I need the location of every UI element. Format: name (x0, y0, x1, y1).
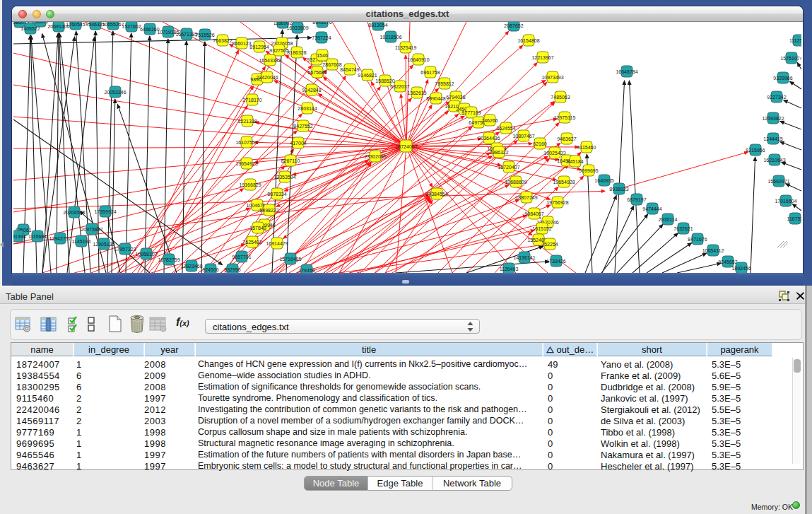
svg-text:17359924: 17359924 (94, 209, 116, 214)
svg-text:9329966: 9329966 (773, 76, 792, 81)
svg-text:20364436: 20364436 (478, 136, 500, 141)
svg-text:924506: 924506 (202, 267, 218, 272)
svg-text:8878334: 8878334 (267, 192, 286, 197)
svg-text:157849: 157849 (249, 226, 266, 230)
svg-text:8938923: 8938923 (609, 187, 628, 192)
svg-text:9242848: 9242848 (302, 88, 321, 93)
svg-text:23302095: 23302095 (364, 154, 386, 159)
svg-text:16033809: 16033809 (286, 25, 308, 30)
svg-text:832956: 832956 (224, 267, 240, 272)
svg-text:9463627: 9463627 (557, 136, 576, 141)
svg-text:14136141: 14136141 (513, 255, 535, 260)
svg-text:9115460: 9115460 (577, 145, 596, 150)
svg-text:8427552: 8427552 (293, 124, 312, 129)
svg-text:7357224: 7357224 (312, 35, 331, 40)
svg-text:8267110: 8267110 (281, 158, 300, 163)
svg-text:1112536: 1112536 (789, 38, 801, 43)
svg-text:16210643: 16210643 (763, 158, 785, 163)
svg-text:2935114: 2935114 (659, 217, 678, 222)
svg-text:7986322: 7986322 (489, 150, 508, 155)
svg-text:845184: 845184 (567, 159, 583, 164)
svg-text:9474444: 9474444 (642, 206, 661, 211)
svg-text:1588520: 1588520 (375, 78, 394, 83)
svg-text:9699695: 9699695 (579, 168, 598, 173)
svg-text:20975887: 20975887 (81, 227, 102, 232)
svg-text:62160: 62160 (533, 141, 547, 146)
svg-text:6879197: 6879197 (627, 197, 646, 202)
svg-text:16154808: 16154808 (517, 38, 539, 43)
svg-text:3624554: 3624554 (496, 126, 515, 131)
svg-text:1615152: 1615152 (532, 226, 551, 231)
svg-text:1244415: 1244415 (763, 136, 782, 141)
svg-text:6794028: 6794028 (446, 95, 465, 100)
svg-text:12905135: 12905135 (93, 242, 114, 247)
svg-text:10973493: 10973493 (541, 75, 563, 80)
svg-text:11325419: 11325419 (395, 45, 417, 50)
svg-text:12923468: 12923468 (180, 264, 202, 269)
svg-text:19218506: 19218506 (379, 35, 401, 40)
svg-text:9084067: 9084067 (524, 211, 543, 216)
svg-text:291394: 291394 (13, 234, 26, 239)
svg-text:12213967: 12213967 (531, 55, 553, 60)
svg-text:252254: 252254 (541, 242, 558, 247)
svg-text:23420046: 23420046 (256, 75, 278, 80)
svg-text:1115681: 1115681 (28, 234, 47, 239)
svg-text:1126493: 1126493 (500, 267, 519, 271)
svg-text:19384554: 19384554 (425, 192, 447, 197)
svg-text:15716485: 15716485 (279, 257, 301, 262)
svg-text:8813054: 8813054 (368, 23, 387, 28)
svg-text:8643276: 8643276 (312, 22, 331, 25)
svg-text:1640935: 1640935 (594, 178, 613, 183)
svg-text:16671385: 16671385 (175, 32, 197, 37)
svg-text:7625402: 7625402 (242, 240, 261, 245)
svg-text:2718170: 2718170 (242, 98, 261, 103)
svg-text:116753: 116753 (787, 216, 801, 221)
svg-text:8912954: 8912954 (249, 45, 269, 49)
svg-text:1145194: 1145194 (72, 239, 91, 244)
svg-text:1733426: 1733426 (546, 259, 565, 264)
svg-text:5498222: 5498222 (259, 208, 278, 213)
svg-text:1760545: 1760545 (66, 22, 85, 27)
svg-text:9327505: 9327505 (269, 48, 288, 53)
svg-text:7663822: 7663822 (213, 38, 232, 43)
svg-text:19166829: 19166829 (239, 182, 261, 187)
svg-text:1362615: 1362615 (407, 90, 426, 95)
svg-text:6322037: 6322037 (390, 84, 409, 89)
svg-text:19654923: 19654923 (235, 161, 257, 166)
svg-text:8454749: 8454749 (340, 67, 359, 72)
svg-text:17957223: 17957223 (114, 247, 136, 252)
svg-text:2867608: 2867608 (322, 62, 341, 67)
svg-text:10654112: 10654112 (702, 248, 724, 253)
svg-text:238601: 238601 (32, 22, 48, 24)
svg-text:8215956: 8215956 (746, 148, 765, 153)
svg-text:9245652: 9245652 (718, 259, 737, 264)
svg-text:2087652: 2087652 (504, 23, 523, 28)
svg-text:7485063: 7485063 (551, 95, 570, 100)
svg-text:12093822: 12093822 (762, 116, 784, 121)
svg-text:746266: 746266 (481, 118, 498, 123)
svg-text:779456: 779456 (298, 268, 314, 273)
svg-text:15751074: 15751074 (780, 56, 801, 61)
svg-text:16648784: 16648784 (616, 69, 637, 74)
svg-text:10688609: 10688609 (505, 180, 526, 185)
svg-text:17016504: 17016504 (775, 199, 796, 204)
svg-text:10655267: 10655267 (102, 22, 124, 27)
svg-text:7632621: 7632621 (673, 226, 693, 231)
svg-text:10807467: 10807467 (512, 134, 534, 139)
svg-text:9227342: 9227342 (767, 95, 786, 100)
svg-text:8990448: 8990448 (426, 96, 445, 101)
svg-text:10958107: 10958107 (135, 252, 157, 257)
svg-text:12942737: 12942737 (49, 236, 71, 241)
svg-text:16914479: 16914479 (266, 241, 288, 246)
svg-text:1527602: 1527602 (122, 24, 141, 29)
svg-text:5675685: 5675685 (307, 70, 326, 75)
svg-text:19654928: 19654928 (553, 180, 575, 185)
svg-text:10025433: 10025433 (543, 151, 565, 156)
svg-text:2803144: 2803144 (298, 106, 317, 111)
svg-text:8186328: 8186328 (287, 50, 306, 55)
svg-text:16782759: 16782759 (158, 257, 180, 262)
svg-text:20206576: 20206576 (63, 210, 85, 215)
svg-text:6961758: 6961758 (420, 70, 440, 75)
svg-text:9657791: 9657791 (232, 255, 251, 259)
svg-text:12353594: 12353594 (273, 175, 295, 180)
